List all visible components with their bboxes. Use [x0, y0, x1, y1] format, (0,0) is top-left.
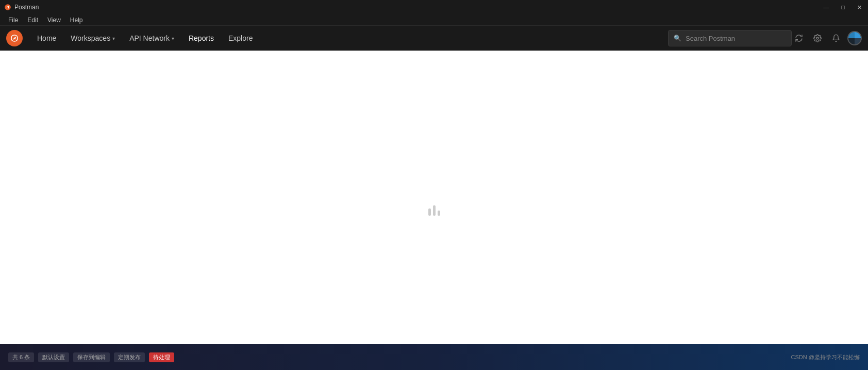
bottom-bar: 共 6 条 默认设置 保存到编辑 定期发布 待处理 CSDN @坚持学习不能松懈 [0, 344, 868, 370]
search-icon: 🔍 [674, 35, 681, 42]
avatar[interactable] [847, 31, 862, 45]
title-bar-left: Postman [4, 4, 39, 11]
bottom-tag-save[interactable]: 保存到编辑 [73, 352, 110, 362]
nav-home[interactable]: Home [31, 31, 62, 45]
nav-links: Home Workspaces ▾ API Network ▾ Reports … [31, 31, 668, 45]
notifications-button[interactable] [829, 31, 843, 45]
maximize-button[interactable]: □ [839, 4, 847, 11]
nav-reports[interactable]: Reports [182, 31, 220, 45]
menu-view[interactable]: View [43, 15, 65, 25]
loading-indicator [428, 205, 440, 216]
bottom-bar-left: 共 6 条 默认设置 保存到编辑 定期发布 待处理 [8, 352, 174, 362]
postman-logo[interactable] [6, 30, 23, 46]
search-placeholder: Search Postman [686, 35, 735, 42]
nav-bar: Home Workspaces ▾ API Network ▾ Reports … [0, 26, 868, 51]
svg-point-0 [5, 4, 11, 10]
menu-bar: File Edit View Help [0, 14, 868, 26]
sync-icon [795, 34, 803, 42]
nav-api-network[interactable]: API Network ▾ [123, 31, 180, 45]
minimize-button[interactable]: — [821, 4, 831, 11]
settings-button[interactable] [810, 31, 825, 45]
workspaces-chevron-icon: ▾ [112, 36, 115, 41]
menu-file[interactable]: File [4, 15, 22, 25]
notifications-icon [832, 34, 840, 42]
loading-bar-1 [428, 208, 431, 216]
watermark: CSDN @坚持学习不能松懈 [791, 353, 860, 361]
menu-help[interactable]: Help [66, 15, 87, 25]
postman-logo-small [4, 4, 11, 11]
bottom-tag-pending[interactable]: 待处理 [149, 352, 174, 362]
menu-edit[interactable]: Edit [23, 15, 42, 25]
nav-right [792, 31, 862, 45]
bottom-tag-settings[interactable]: 默认设置 [38, 352, 69, 362]
bottom-tag-publish[interactable]: 定期发布 [114, 352, 145, 362]
title-bar: Postman — □ ✕ [0, 0, 868, 14]
loading-bar-2 [433, 205, 436, 216]
loading-bar-3 [438, 211, 440, 216]
nav-workspaces[interactable]: Workspaces ▾ [64, 31, 121, 45]
close-button[interactable]: ✕ [855, 4, 864, 11]
window-title: Postman [14, 4, 39, 11]
search-bar[interactable]: 🔍 Search Postman [668, 30, 792, 46]
bottom-tag-count: 共 6 条 [8, 352, 34, 362]
postman-logo-icon [10, 34, 19, 43]
svg-point-1 [816, 37, 819, 39]
main-content [0, 51, 868, 370]
sync-button[interactable] [792, 31, 806, 45]
nav-explore[interactable]: Explore [222, 31, 259, 45]
title-bar-controls: — □ ✕ [821, 4, 864, 11]
avatar-image [847, 31, 862, 45]
settings-icon [813, 34, 822, 42]
api-network-chevron-icon: ▾ [172, 36, 174, 41]
